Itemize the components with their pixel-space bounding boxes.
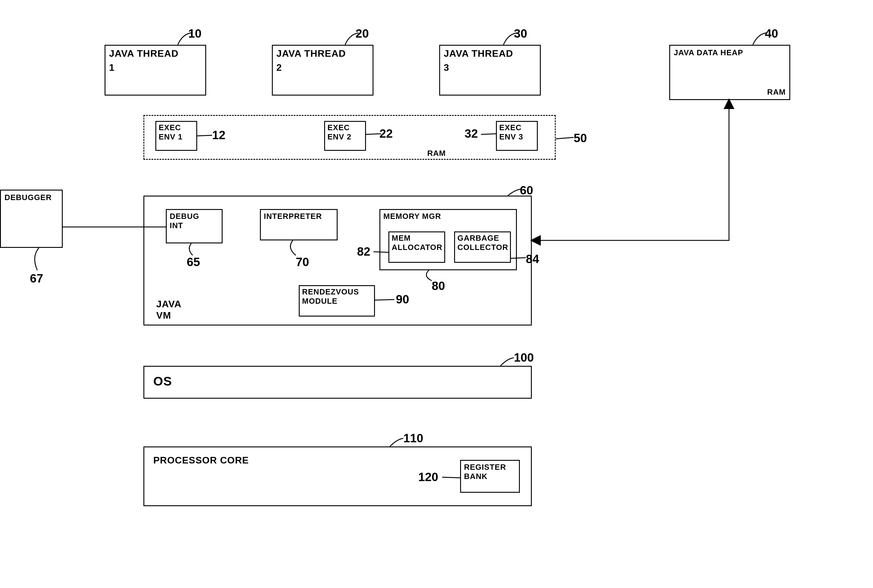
java-thread-3-box: JAVA THREAD 3	[439, 45, 541, 96]
java-thread-3-num: 3	[444, 62, 536, 73]
java-thread-2-num: 2	[276, 62, 369, 73]
ref-120: 120	[418, 470, 438, 484]
ref-22: 22	[379, 127, 393, 140]
ram-label: RAM	[427, 149, 446, 158]
exec-env-3-box: EXEC ENV 3	[496, 121, 538, 151]
ref-70: 70	[296, 255, 309, 269]
ref-67: 67	[30, 272, 43, 285]
java-thread-3-label: JAVA THREAD	[444, 48, 536, 59]
gc-l1: GARBAGE	[457, 234, 508, 243]
ref-90: 90	[396, 292, 409, 306]
connector-debugger-to-debugint	[63, 225, 166, 228]
debug-int-l1: DEBUG	[170, 212, 219, 221]
java-thread-1-box: JAVA THREAD 1	[105, 45, 206, 96]
rendezvous-l1: RENDEZVOUS	[302, 287, 372, 297]
vm-label-2: VM	[156, 310, 171, 321]
exec-env-2-box: EXEC ENV 2	[324, 121, 366, 151]
exec-env-3-l2: ENV 3	[499, 132, 535, 141]
rendezvous-l2: MODULE	[302, 297, 372, 306]
gc-l2: COLLECTOR	[457, 243, 508, 252]
register-bank-box: REGISTER BANK	[460, 460, 520, 493]
connector-heap-to-memmgr	[532, 100, 735, 246]
exec-env-1-l1: EXEC	[159, 123, 194, 132]
garbage-collector-box: GARBAGE COLLECTOR	[454, 231, 511, 263]
exec-env-2-l2: ENV 2	[328, 132, 363, 141]
ref-65: 65	[187, 255, 200, 269]
exec-env-3-l1: EXEC	[499, 123, 535, 132]
java-thread-2-label: JAVA THREAD	[276, 48, 369, 59]
java-thread-1-label: JAVA THREAD	[109, 48, 202, 59]
mem-alloc-l1: MEM	[392, 234, 442, 243]
debugger-box: DEBUGGER	[0, 190, 63, 248]
debug-int-l2: INT	[170, 221, 219, 230]
debug-int-box: DEBUG INT	[166, 209, 222, 243]
ref-32: 32	[464, 127, 478, 140]
debugger-label: DEBUGGER	[5, 193, 58, 202]
ref-100: 100	[514, 351, 534, 364]
heap-ram: RAM	[767, 87, 786, 97]
java-thread-2-box: JAVA THREAD 2	[272, 45, 373, 96]
mem-alloc-l2: ALLOCATOR	[392, 243, 442, 252]
mem-allocator-box: MEM ALLOCATOR	[388, 231, 445, 263]
ref-12: 12	[212, 128, 225, 142]
interpreter-label: INTERPRETER	[264, 212, 334, 221]
java-thread-1-num: 1	[109, 62, 202, 73]
java-data-heap-box: JAVA DATA HEAP RAM	[669, 45, 790, 100]
os-box: OS	[143, 366, 532, 399]
memory-mgr-label: MEMORY MGR	[383, 212, 513, 221]
ref-82: 82	[357, 245, 371, 258]
vm-label-1: JAVA	[156, 298, 182, 310]
exec-env-1-box: EXEC ENV 1	[155, 121, 197, 151]
exec-env-1-l2: ENV 1	[159, 132, 194, 141]
exec-env-2-l1: EXEC	[328, 123, 363, 132]
rendezvous-module-box: RENDEZVOUS MODULE	[299, 285, 375, 316]
ref-110: 110	[403, 432, 423, 445]
ref-84: 84	[526, 252, 539, 266]
heap-label: JAVA DATA HEAP	[674, 48, 786, 57]
register-bank-l2: BANK	[464, 472, 516, 481]
interpreter-box: INTERPRETER	[260, 209, 338, 240]
register-bank-l1: REGISTER	[464, 463, 516, 472]
os-label: OS	[153, 374, 522, 388]
